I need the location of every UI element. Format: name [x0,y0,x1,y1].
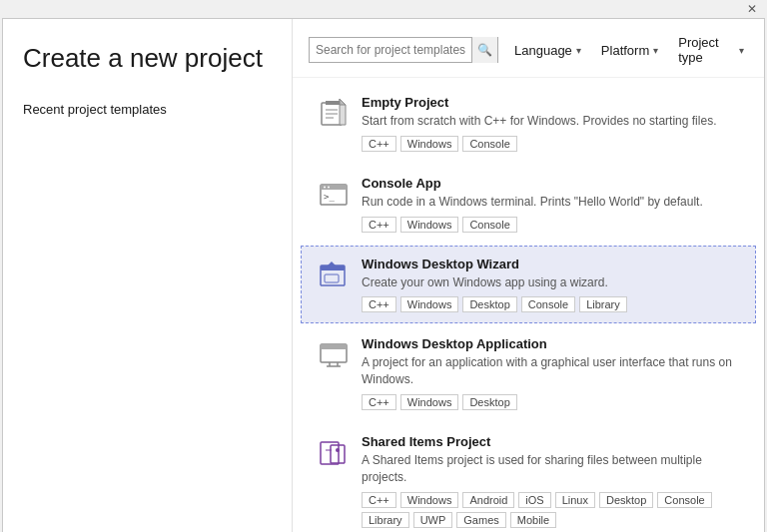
template-desc: Start from scratch with C++ for Windows.… [362,113,739,130]
language-arrow-icon: ▾ [576,45,581,56]
template-name: Windows Desktop Application [362,336,739,351]
search-button[interactable]: 🔍 [471,37,497,63]
tag: C++ [362,492,396,508]
tag: C++ [362,136,396,152]
tag: Windows [400,296,459,312]
tag: Desktop [462,296,516,312]
template-info: Windows Desktop WizardCreate your own Wi… [362,257,739,313]
template-tags: C++WindowsConsole [362,217,739,233]
svg-rect-1 [326,101,340,105]
tag: Library [362,512,409,528]
project-type-arrow-icon: ▾ [739,45,744,56]
tag: Mobile [510,512,556,528]
tag: Games [456,512,505,528]
template-desc: A project for an application with a grap… [362,354,739,388]
main-container: Create a new project Recent project temp… [2,18,765,532]
right-panel: 🔍 Language ▾ Platform ▾ Project type ▾ E… [293,19,764,532]
template-name: Shared Items Project [362,434,739,449]
template-icon-wizard [318,259,350,290]
template-item[interactable]: Windows Desktop ApplicationA project for… [301,325,756,421]
template-name: Empty Project [362,95,739,110]
template-info: Empty ProjectStart from scratch with C++… [362,95,739,152]
tag: Linux [555,492,595,508]
tag: Windows [400,217,459,233]
template-item[interactable]: >_Console AppRun code in a Windows termi… [301,165,756,244]
section-label: Recent project templates [23,102,272,117]
platform-filter[interactable]: Platform ▾ [597,41,662,60]
template-icon-shared [318,436,350,468]
tag: C++ [362,296,396,312]
template-tags: C++WindowsDesktop [362,394,739,410]
template-info: Windows Desktop ApplicationA project for… [362,336,739,410]
svg-rect-13 [321,266,345,270]
tag: C++ [362,394,396,410]
tag: Windows [400,394,459,410]
page-title: Create a new project [23,43,272,74]
template-name: Windows Desktop Wizard [362,257,739,271]
template-desc: A Shared Items project is used for shari… [362,452,739,486]
template-item[interactable]: Windows Desktop WizardCreate your own Wi… [301,246,756,324]
project-type-filter[interactable]: Project type ▾ [674,33,748,67]
template-item[interactable]: Shared Items ProjectA Shared Items proje… [301,423,756,532]
template-info: Console AppRun code in a Windows termina… [362,176,739,233]
template-icon-console: >_ [318,178,350,210]
left-panel: Create a new project Recent project temp… [3,19,293,532]
svg-point-10 [328,186,330,188]
template-list: Empty ProjectStart from scratch with C++… [293,78,764,532]
top-bar: 🔍 Language ▾ Platform ▾ Project type ▾ [293,19,764,78]
tag: Console [521,296,575,312]
template-desc: Create your own Windows app using a wiza… [362,274,739,291]
search-input[interactable] [310,43,471,57]
svg-marker-15 [328,262,336,266]
tag: Console [462,136,516,152]
svg-marker-6 [340,99,346,105]
template-item[interactable]: Empty ProjectStart from scratch with C++… [301,84,756,163]
search-box[interactable]: 🔍 [309,37,498,63]
tag: Console [657,492,711,508]
svg-rect-17 [321,344,347,349]
template-info: Shared Items ProjectA Shared Items proje… [362,434,739,528]
tag: C++ [362,217,396,233]
platform-label: Platform [601,43,649,58]
tag: Desktop [599,492,653,508]
svg-rect-22 [331,445,345,463]
svg-point-9 [324,186,326,188]
template-name: Console App [362,176,739,191]
title-bar: ✕ [0,0,767,18]
tag: Android [462,492,514,508]
tag: iOS [518,492,550,508]
tag: Console [462,217,516,233]
project-type-label: Project type [678,35,735,65]
svg-point-23 [336,448,340,452]
language-label: Language [514,43,572,58]
language-filter[interactable]: Language ▾ [510,41,585,60]
close-button[interactable]: ✕ [743,0,761,18]
svg-rect-14 [325,274,339,282]
template-icon-desktop [318,338,350,370]
tag: Desktop [462,394,516,410]
template-tags: C++WindowsAndroidiOSLinuxDesktopConsoleL… [362,492,739,528]
template-icon-empty [318,97,350,129]
tag: Library [579,296,627,312]
tag: Windows [400,492,459,508]
template-tags: C++WindowsDesktopConsoleLibrary [362,296,739,312]
platform-arrow-icon: ▾ [653,45,658,56]
template-tags: C++WindowsConsole [362,136,739,152]
template-desc: Run code in a Windows terminal. Prints "… [362,194,739,211]
svg-text:>_: >_ [324,192,335,202]
tag: Windows [400,136,459,152]
tag: UWP [413,512,453,528]
